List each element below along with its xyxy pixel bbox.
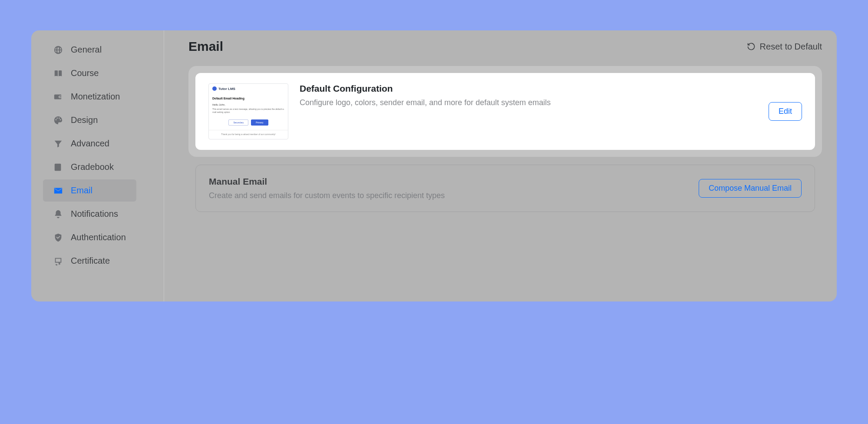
sidebar-item-label: Certificate (71, 256, 110, 266)
default-config-title: Default Configuration (300, 83, 757, 94)
palette-icon (53, 116, 63, 125)
book-icon (53, 69, 63, 78)
sidebar-item-certificate[interactable]: Certificate (43, 250, 136, 272)
sidebar-item-general[interactable]: General (43, 39, 136, 61)
sidebar-item-label: Course (71, 68, 99, 78)
shield-icon (53, 233, 63, 242)
default-config-desc: Configure logo, colors, sender email, an… (300, 98, 757, 107)
sidebar-item-label: Notifications (71, 209, 118, 219)
default-config-highlight: Tutor LMS Default Email Heading Hello Jo… (188, 66, 822, 157)
main-panel: Email Reset to Default Tutor LMS Default… (164, 30, 837, 301)
sidebar-item-email[interactable]: Email (43, 179, 136, 202)
sidebar-item-label: Design (71, 115, 98, 125)
sidebar-item-label: General (71, 45, 102, 55)
sidebar-item-advanced[interactable]: Advanced (43, 132, 136, 155)
preview-secondary-btn: Secondary (228, 119, 248, 126)
sidebar-item-gradebook[interactable]: Gradebook (43, 156, 136, 178)
default-config-card: Tutor LMS Default Email Heading Hello Jo… (195, 73, 815, 150)
sidebar-item-label: Gradebook (71, 162, 114, 172)
sidebar-item-notifications[interactable]: Notifications (43, 203, 136, 225)
sidebar-item-label: Monetization (71, 92, 120, 102)
preview-body: This email serves as a test message, all… (212, 108, 284, 113)
gradebook-icon (53, 162, 63, 172)
sidebar-item-authentication[interactable]: Authentication (43, 226, 136, 248)
edit-button[interactable]: Edit (769, 102, 802, 121)
reset-to-default-link[interactable]: Reset to Default (747, 42, 822, 52)
wallet-icon (53, 92, 63, 102)
settings-window: General Course Monetization Design Advan (31, 30, 837, 301)
sidebar-item-course[interactable]: Course (43, 62, 136, 84)
preview-footer: Thank you for being a valued member of o… (209, 130, 288, 136)
preview-brand: Tutor LMS (218, 87, 235, 91)
preview-greet: Hello John, (212, 103, 284, 106)
preview-heading: Default Email Heading (212, 97, 284, 100)
manual-email-card: Manual Email Create and send emails for … (195, 165, 815, 212)
funnel-icon (53, 139, 63, 149)
sidebar-item-monetization[interactable]: Monetization (43, 86, 136, 108)
settings-sidebar: General Course Monetization Design Advan (31, 30, 164, 301)
sidebar-item-label: Authentication (71, 232, 126, 242)
certificate-icon (53, 256, 63, 266)
compose-manual-email-button[interactable]: Compose Manual Email (699, 179, 802, 198)
reset-icon (747, 42, 756, 51)
envelope-icon (53, 186, 63, 195)
globe-icon (53, 45, 63, 55)
manual-email-title: Manual Email (209, 176, 445, 187)
sidebar-item-design[interactable]: Design (43, 109, 136, 131)
page-title: Email (188, 39, 223, 54)
bell-icon (53, 209, 63, 219)
reset-label: Reset to Default (760, 42, 822, 52)
manual-email-desc: Create and send emails for custom events… (209, 191, 445, 200)
email-preview-thumbnail: Tutor LMS Default Email Heading Hello Jo… (208, 83, 288, 139)
sidebar-item-label: Email (71, 186, 92, 195)
page-header: Email Reset to Default (188, 39, 822, 54)
sidebar-item-label: Advanced (71, 139, 109, 149)
preview-primary-btn: Primary (251, 119, 268, 126)
